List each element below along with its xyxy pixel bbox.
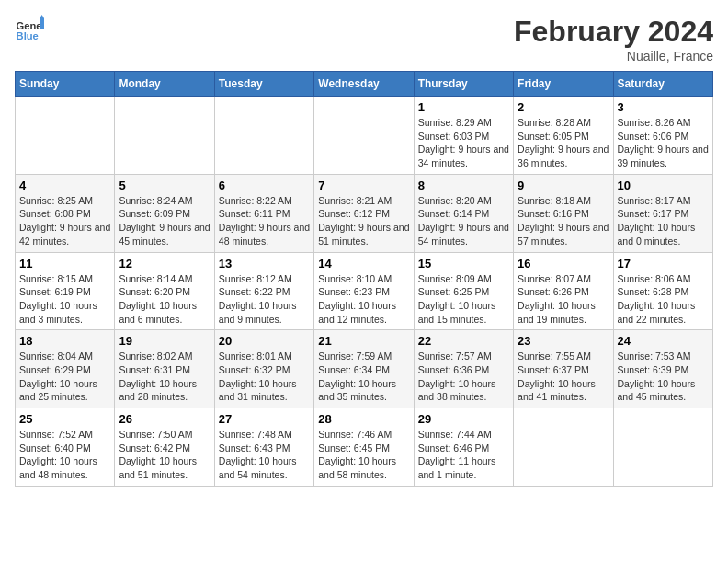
day-number: 27 bbox=[219, 412, 310, 426]
calendar-cell: 14Sunrise: 8:10 AM Sunset: 6:23 PM Dayli… bbox=[314, 252, 414, 330]
week-row-1: 1Sunrise: 8:29 AM Sunset: 6:03 PM Daylig… bbox=[16, 97, 713, 175]
day-info: Sunrise: 8:01 AM Sunset: 6:32 PM Dayligh… bbox=[219, 350, 310, 404]
day-info: Sunrise: 8:25 AM Sunset: 6:08 PM Dayligh… bbox=[19, 194, 110, 248]
day-info: Sunrise: 8:24 AM Sunset: 6:09 PM Dayligh… bbox=[119, 194, 210, 248]
day-number: 5 bbox=[119, 178, 210, 192]
title-area: February 2024 Nuaille, France bbox=[514, 15, 713, 63]
week-row-2: 4Sunrise: 8:25 AM Sunset: 6:08 PM Daylig… bbox=[16, 174, 713, 252]
day-info: Sunrise: 8:29 AM Sunset: 6:03 PM Dayligh… bbox=[418, 116, 509, 170]
day-info: Sunrise: 8:10 AM Sunset: 6:23 PM Dayligh… bbox=[318, 272, 409, 327]
calendar-header-row: SundayMondayTuesdayWednesdayThursdayFrid… bbox=[16, 72, 713, 97]
calendar-cell bbox=[16, 97, 115, 175]
calendar-cell: 21Sunrise: 7:59 AM Sunset: 6:34 PM Dayli… bbox=[314, 330, 414, 408]
day-info: Sunrise: 7:57 AM Sunset: 6:36 PM Dayligh… bbox=[418, 350, 509, 404]
calendar-cell bbox=[214, 97, 313, 175]
day-number: 2 bbox=[518, 100, 609, 114]
week-row-5: 25Sunrise: 7:52 AM Sunset: 6:40 PM Dayli… bbox=[16, 408, 713, 487]
day-number: 23 bbox=[518, 334, 609, 348]
day-info: Sunrise: 8:26 AM Sunset: 6:06 PM Dayligh… bbox=[618, 116, 709, 170]
day-number: 6 bbox=[219, 178, 310, 192]
calendar-cell: 20Sunrise: 8:01 AM Sunset: 6:32 PM Dayli… bbox=[214, 330, 313, 408]
day-number: 3 bbox=[618, 100, 709, 114]
day-number: 4 bbox=[19, 178, 110, 192]
day-info: Sunrise: 8:15 AM Sunset: 6:19 PM Dayligh… bbox=[19, 272, 110, 327]
day-number: 28 bbox=[318, 412, 409, 426]
day-number: 24 bbox=[618, 334, 709, 348]
calendar-cell: 18Sunrise: 8:04 AM Sunset: 6:29 PM Dayli… bbox=[16, 330, 115, 408]
day-number: 22 bbox=[418, 334, 509, 348]
day-number: 20 bbox=[219, 334, 310, 348]
calendar-cell: 3Sunrise: 8:26 AM Sunset: 6:06 PM Daylig… bbox=[613, 97, 712, 175]
week-row-3: 11Sunrise: 8:15 AM Sunset: 6:19 PM Dayli… bbox=[16, 252, 713, 330]
calendar-cell: 5Sunrise: 8:24 AM Sunset: 6:09 PM Daylig… bbox=[115, 174, 214, 252]
day-number: 19 bbox=[119, 334, 210, 348]
day-number: 13 bbox=[219, 257, 310, 270]
day-number: 25 bbox=[19, 412, 110, 426]
logo-icon: General Blue bbox=[15, 15, 44, 44]
calendar-cell: 29Sunrise: 7:44 AM Sunset: 6:46 PM Dayli… bbox=[414, 408, 513, 487]
calendar-cell: 26Sunrise: 7:50 AM Sunset: 6:42 PM Dayli… bbox=[115, 408, 214, 487]
day-info: Sunrise: 7:50 AM Sunset: 6:42 PM Dayligh… bbox=[119, 428, 210, 482]
page-header: General Blue February 2024 Nuaille, Fran… bbox=[15, 15, 713, 63]
calendar-cell: 28Sunrise: 7:46 AM Sunset: 6:45 PM Dayli… bbox=[314, 408, 414, 487]
calendar-cell: 23Sunrise: 7:55 AM Sunset: 6:37 PM Dayli… bbox=[514, 330, 613, 408]
day-number: 8 bbox=[418, 178, 509, 192]
main-title: February 2024 bbox=[514, 15, 713, 49]
day-info: Sunrise: 8:06 AM Sunset: 6:28 PM Dayligh… bbox=[618, 272, 709, 327]
day-info: Sunrise: 8:07 AM Sunset: 6:26 PM Dayligh… bbox=[518, 272, 609, 327]
day-info: Sunrise: 8:20 AM Sunset: 6:14 PM Dayligh… bbox=[418, 194, 509, 248]
day-number: 21 bbox=[318, 334, 409, 348]
calendar-cell bbox=[514, 408, 613, 487]
calendar-cell: 12Sunrise: 8:14 AM Sunset: 6:20 PM Dayli… bbox=[115, 252, 214, 330]
day-number: 15 bbox=[418, 257, 509, 270]
logo: General Blue bbox=[15, 15, 44, 44]
calendar-cell: 2Sunrise: 8:28 AM Sunset: 6:05 PM Daylig… bbox=[514, 97, 613, 175]
calendar-cell: 22Sunrise: 7:57 AM Sunset: 6:36 PM Dayli… bbox=[414, 330, 513, 408]
week-row-4: 18Sunrise: 8:04 AM Sunset: 6:29 PM Dayli… bbox=[16, 330, 713, 408]
col-header-friday: Friday bbox=[514, 72, 613, 97]
col-header-saturday: Saturday bbox=[613, 72, 712, 97]
day-info: Sunrise: 7:48 AM Sunset: 6:43 PM Dayligh… bbox=[219, 428, 310, 482]
svg-text:Blue: Blue bbox=[17, 30, 39, 41]
day-number: 18 bbox=[19, 334, 110, 348]
day-info: Sunrise: 8:28 AM Sunset: 6:05 PM Dayligh… bbox=[518, 116, 609, 170]
calendar-cell bbox=[314, 97, 414, 175]
day-info: Sunrise: 7:59 AM Sunset: 6:34 PM Dayligh… bbox=[318, 350, 409, 404]
calendar-cell: 24Sunrise: 7:53 AM Sunset: 6:39 PM Dayli… bbox=[613, 330, 712, 408]
day-info: Sunrise: 8:17 AM Sunset: 6:17 PM Dayligh… bbox=[618, 194, 709, 248]
calendar-cell: 10Sunrise: 8:17 AM Sunset: 6:17 PM Dayli… bbox=[613, 174, 712, 252]
day-number: 7 bbox=[318, 178, 409, 192]
calendar-cell: 8Sunrise: 8:20 AM Sunset: 6:14 PM Daylig… bbox=[414, 174, 513, 252]
day-number: 12 bbox=[119, 257, 210, 270]
day-number: 9 bbox=[518, 178, 609, 192]
calendar-cell: 27Sunrise: 7:48 AM Sunset: 6:43 PM Dayli… bbox=[214, 408, 313, 487]
day-number: 10 bbox=[618, 178, 709, 192]
calendar-cell: 7Sunrise: 8:21 AM Sunset: 6:12 PM Daylig… bbox=[314, 174, 414, 252]
day-info: Sunrise: 8:09 AM Sunset: 6:25 PM Dayligh… bbox=[418, 272, 509, 327]
svg-marker-2 bbox=[40, 18, 44, 29]
day-info: Sunrise: 8:21 AM Sunset: 6:12 PM Dayligh… bbox=[318, 194, 409, 248]
subtitle: Nuaille, France bbox=[514, 49, 713, 63]
col-header-wednesday: Wednesday bbox=[314, 72, 414, 97]
calendar-cell: 19Sunrise: 8:02 AM Sunset: 6:31 PM Dayli… bbox=[115, 330, 214, 408]
day-number: 14 bbox=[318, 257, 409, 270]
day-info: Sunrise: 8:18 AM Sunset: 6:16 PM Dayligh… bbox=[518, 194, 609, 248]
col-header-thursday: Thursday bbox=[414, 72, 513, 97]
calendar-cell: 6Sunrise: 8:22 AM Sunset: 6:11 PM Daylig… bbox=[214, 174, 313, 252]
day-info: Sunrise: 7:55 AM Sunset: 6:37 PM Dayligh… bbox=[518, 350, 609, 404]
calendar-cell: 4Sunrise: 8:25 AM Sunset: 6:08 PM Daylig… bbox=[16, 174, 115, 252]
day-number: 29 bbox=[418, 412, 509, 426]
day-number: 16 bbox=[518, 257, 609, 270]
calendar-cell: 25Sunrise: 7:52 AM Sunset: 6:40 PM Dayli… bbox=[16, 408, 115, 487]
col-header-sunday: Sunday bbox=[16, 72, 115, 97]
day-info: Sunrise: 8:12 AM Sunset: 6:22 PM Dayligh… bbox=[219, 272, 310, 327]
day-info: Sunrise: 7:46 AM Sunset: 6:45 PM Dayligh… bbox=[318, 428, 409, 482]
calendar-cell bbox=[613, 408, 712, 487]
col-header-tuesday: Tuesday bbox=[214, 72, 313, 97]
calendar-cell: 15Sunrise: 8:09 AM Sunset: 6:25 PM Dayli… bbox=[414, 252, 513, 330]
day-info: Sunrise: 8:22 AM Sunset: 6:11 PM Dayligh… bbox=[219, 194, 310, 248]
day-info: Sunrise: 8:14 AM Sunset: 6:20 PM Dayligh… bbox=[119, 272, 210, 327]
calendar-cell bbox=[115, 97, 214, 175]
day-info: Sunrise: 7:44 AM Sunset: 6:46 PM Dayligh… bbox=[418, 428, 509, 482]
day-info: Sunrise: 7:52 AM Sunset: 6:40 PM Dayligh… bbox=[19, 428, 110, 482]
